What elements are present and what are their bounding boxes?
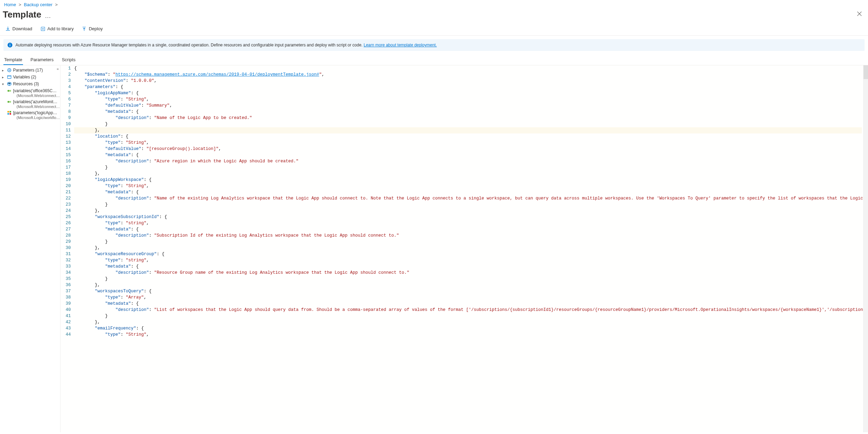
minimap-viewport[interactable] — [864, 65, 868, 79]
tabs: Template Parameters Scripts — [0, 54, 868, 65]
add-to-library-label: Add to library — [47, 26, 74, 31]
breadcrumb-home[interactable]: Home — [4, 2, 16, 7]
breadcrumb-separator: > — [55, 2, 58, 7]
breadcrumb-separator: > — [19, 2, 21, 7]
tree-resource-title: [parameters('logicAppName')] — [13, 110, 59, 115]
download-button[interactable]: Download — [3, 25, 34, 33]
svg-rect-6 — [8, 76, 11, 79]
code-editor[interactable]: 1234567891011121314151617181920212223242… — [60, 65, 868, 432]
page-title: Template — [3, 9, 41, 20]
add-to-library-button[interactable]: Add to library — [38, 25, 76, 33]
svg-rect-12 — [10, 111, 11, 112]
connection-icon — [7, 88, 12, 93]
page-header: Template … — [0, 9, 868, 23]
svg-point-2 — [10, 44, 10, 44]
tree-resource-item[interactable]: [variables('office365ConnectionName')] (… — [5, 87, 60, 98]
tree-resource-sub: (Microsoft.Web/connections) — [5, 94, 60, 98]
chevron-down-icon: ▾ — [2, 82, 5, 86]
deploy-icon — [82, 26, 87, 31]
tree-resources-label: Resources (3) — [13, 82, 39, 86]
variables-icon — [7, 75, 12, 79]
resources-icon — [7, 82, 12, 86]
close-button[interactable] — [855, 10, 864, 18]
info-link[interactable]: Learn more about template deployment. — [364, 43, 437, 47]
svg-rect-14 — [10, 113, 11, 115]
svg-point-5 — [9, 69, 10, 70]
tree-parameters[interactable]: ▸ Parameters (17) — [0, 67, 60, 74]
close-icon — [857, 11, 862, 16]
info-icon — [7, 42, 13, 48]
toolbar: Download Add to library Deploy — [0, 23, 868, 36]
svg-point-9 — [8, 101, 9, 102]
tree-variables[interactable]: ▸ Variables (2) — [0, 74, 60, 80]
breadcrumb: Home > Backup center > — [0, 0, 868, 9]
tree-resource-sub: (Microsoft.Logic/workflows) — [5, 116, 60, 120]
tab-template[interactable]: Template — [3, 54, 23, 65]
info-text: Automate deploying resources with Azure … — [15, 43, 437, 47]
svg-point-8 — [9, 90, 11, 91]
tree-resources[interactable]: ▾ Resources (3) — [0, 80, 60, 87]
download-icon — [5, 26, 10, 31]
chevron-right-icon: ▸ — [2, 68, 5, 72]
workflow-icon — [7, 110, 12, 115]
download-label: Download — [12, 26, 32, 31]
svg-rect-3 — [10, 45, 10, 47]
tree-variables-label: Variables (2) — [13, 75, 36, 79]
editor-gutter: 1234567891011121314151617181920212223242… — [60, 65, 74, 432]
deploy-label: Deploy — [89, 26, 102, 31]
page-title-more[interactable]: … — [45, 12, 51, 20]
tree-resource-item[interactable]: [variables('azureMonitorLogsConnectionNa… — [5, 98, 60, 109]
chevron-right-icon: ▸ — [2, 75, 5, 79]
connection-icon — [7, 99, 12, 104]
info-banner: Automate deploying resources with Azure … — [3, 39, 865, 51]
tab-scripts[interactable]: Scripts — [61, 54, 76, 65]
svg-rect-11 — [8, 111, 9, 112]
breadcrumb-backup-center[interactable]: Backup center — [24, 2, 53, 7]
collapse-panel-button[interactable]: « — [57, 67, 59, 71]
tree-resource-title: [variables('azureMonitorLogsConnectionNa… — [13, 99, 59, 104]
tree-resource-sub: (Microsoft.Web/connections) — [5, 105, 60, 109]
main-split: « ▸ Parameters (17) ▸ Variables (2) ▾ Re… — [0, 65, 868, 432]
parameters-icon — [7, 68, 12, 73]
tree-resources-children: [variables('office365ConnectionName')] (… — [0, 87, 60, 120]
tree-parameters-label: Parameters (17) — [13, 68, 43, 73]
editor-minimap[interactable] — [863, 65, 868, 432]
svg-point-10 — [9, 101, 11, 102]
svg-point-7 — [8, 90, 9, 91]
editor-code[interactable]: { "$schema": "https://schema.management.… — [74, 65, 868, 432]
tab-parameters[interactable]: Parameters — [30, 54, 54, 65]
tree-panel: « ▸ Parameters (17) ▸ Variables (2) ▾ Re… — [0, 65, 60, 432]
add-to-library-icon — [41, 26, 45, 31]
deploy-button[interactable]: Deploy — [80, 25, 104, 33]
tree-resource-title: [variables('office365ConnectionName')] — [13, 88, 59, 93]
tree-resource-item[interactable]: [parameters('logicAppName')] (Microsoft.… — [5, 109, 60, 120]
svg-rect-13 — [8, 113, 9, 115]
